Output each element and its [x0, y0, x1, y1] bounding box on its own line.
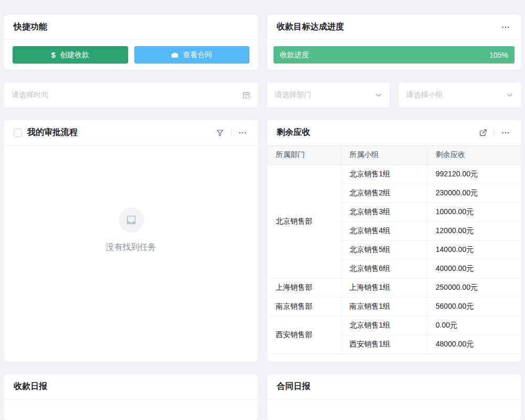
dept-cell: 北京销售部	[267, 165, 341, 278]
amount-cell: 14000.00元	[427, 240, 521, 259]
chevron-down-icon	[506, 91, 513, 99]
dept-cell: 上海销售部	[267, 278, 341, 297]
header-divider	[231, 129, 232, 136]
empty-circle	[119, 207, 144, 233]
group-cell: 北京销售2组	[341, 184, 427, 203]
progress-bar-value: 105%	[489, 51, 508, 59]
amount-cell: 56000.00元	[427, 297, 521, 316]
approval-header: 我的审批流程	[4, 120, 258, 145]
quick-actions-card: 快捷功能 $ 创建收款 查看合同	[4, 15, 258, 70]
progress-header: 收款目标达成进度	[267, 15, 521, 40]
receivables-table-wrap: 所属部门 所属小组 剩余应收 北京销售部 北京销售1组 992120.00元 北…	[267, 145, 521, 362]
amount-cell: 40000.00元	[427, 259, 521, 278]
group-cell: 北京销售3组	[341, 203, 427, 222]
table-header-row: 所属部门 所属小组 剩余应收	[267, 145, 521, 165]
dept-cell: 西安销售部	[267, 316, 341, 354]
department-select-input[interactable]: 请选择部门	[267, 82, 390, 108]
progress-bar-label: 收款进度	[280, 50, 309, 60]
quick-actions-header: 快捷功能	[4, 15, 258, 40]
group-cell: 北京销售5组	[341, 240, 427, 259]
table-row: 南京销售部 南京销售1组 56000.00元	[267, 297, 521, 316]
view-contract-label: 查看合同	[183, 50, 212, 60]
card-title: 我的审批流程	[27, 127, 78, 138]
more-icon[interactable]	[499, 126, 512, 140]
briefcase-icon	[171, 51, 178, 59]
amount-cell: 10000.00元	[427, 203, 521, 222]
contract-daily-header: 合同日报	[267, 374, 521, 400]
header-divider	[494, 129, 495, 136]
group-placeholder: 请选择小组	[406, 90, 443, 100]
calendar-icon	[242, 91, 250, 99]
amount-cell: 992120.00元	[427, 165, 521, 184]
department-placeholder: 请选择部门	[275, 90, 311, 100]
table-row: 上海销售部 上海销售1组 250000.00元	[267, 278, 521, 297]
card-title: 收款目标达成进度	[277, 22, 344, 33]
card-title: 合同日报	[277, 381, 310, 392]
approval-card: 我的审批流程 没有找到任务	[4, 120, 258, 362]
quick-actions-body: $ 创建收款 查看合同	[4, 40, 258, 70]
select-all-checkbox[interactable]	[14, 129, 22, 137]
card-title: 收款日报	[14, 381, 47, 392]
create-payment-button[interactable]: $ 创建收款	[13, 46, 128, 64]
receivables-header: 剩余应收	[267, 120, 521, 145]
amount-cell: 12000.00元	[427, 222, 521, 240]
empty-state-text: 没有找到任务	[106, 242, 156, 253]
collection-progress-bar: 收款进度 105%	[274, 46, 514, 64]
inbox-icon	[125, 214, 137, 226]
column-dept: 所属部门	[267, 145, 341, 165]
view-contract-button[interactable]: 查看合同	[134, 46, 250, 64]
filter-funnel-icon[interactable]	[213, 126, 227, 140]
external-link-icon[interactable]	[476, 126, 490, 140]
progress-card: 收款目标达成进度 收款进度 105%	[267, 15, 521, 70]
time-placeholder: 请选择时间	[12, 90, 48, 100]
card-title: 剩余应收	[277, 127, 310, 138]
receivables-table: 所属部门 所属小组 剩余应收 北京销售部 北京销售1组 992120.00元 北…	[267, 145, 521, 354]
group-cell: 北京销售6组	[341, 259, 427, 278]
group-cell: 北京销售1组	[341, 165, 427, 184]
dollar-icon: $	[51, 50, 56, 59]
create-payment-label: 创建收款	[60, 50, 89, 60]
table-row: 西安销售部 北京销售1组 0.00元	[267, 316, 521, 335]
group-select-input[interactable]: 请选择小组	[399, 82, 521, 108]
amount-cell: 48000.00元	[427, 335, 521, 354]
group-cell: 南京销售1组	[341, 297, 427, 316]
contract-daily-card: 合同日报	[267, 374, 521, 420]
column-group: 所属小组	[341, 145, 427, 165]
more-icon[interactable]	[236, 126, 249, 140]
amount-cell: 250000.00元	[427, 278, 521, 297]
dashboard-page: 快捷功能 $ 创建收款 查看合同 收款目标达成进度 收款	[0, 0, 525, 420]
amount-cell: 0.00元	[427, 316, 521, 335]
group-cell: 西安销售1组	[341, 335, 427, 354]
receivables-card: 剩余应收 所属部门 所属小组 剩余应收	[267, 120, 521, 362]
payment-daily-card: 收款日报	[4, 374, 258, 420]
group-cell: 上海销售1组	[341, 278, 427, 297]
column-amount: 剩余应收	[427, 145, 521, 165]
card-title: 快捷功能	[14, 22, 47, 33]
group-cell: 北京销售4组	[341, 222, 427, 240]
dept-cell: 南京销售部	[267, 297, 341, 316]
more-icon[interactable]	[499, 20, 512, 34]
amount-cell: 230000.00元	[427, 184, 521, 203]
payment-daily-header: 收款日报	[4, 374, 258, 400]
right-filter-row: 请选择部门 请选择小组	[267, 82, 521, 108]
time-select-input[interactable]: 请选择时间	[4, 82, 258, 108]
progress-body: 收款进度 105%	[267, 40, 521, 70]
approval-empty-state: 没有找到任务	[4, 145, 258, 362]
table-row: 北京销售部 北京销售1组 992120.00元	[267, 165, 521, 184]
chevron-down-icon	[375, 91, 382, 99]
group-cell: 北京销售1组	[341, 316, 427, 335]
